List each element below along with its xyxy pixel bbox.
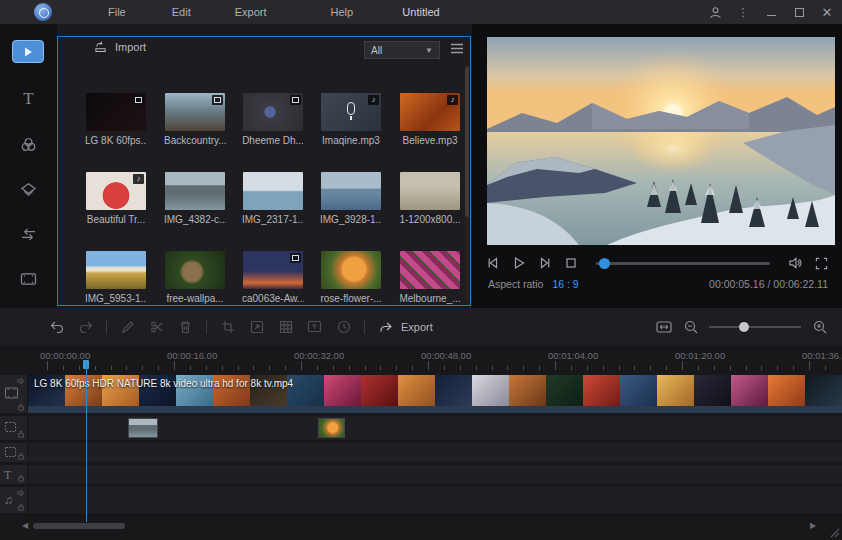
subtitle-button[interactable] xyxy=(306,318,323,335)
media-thumbnail[interactable] xyxy=(400,251,460,289)
seek-bar[interactable] xyxy=(596,262,770,265)
preview-video[interactable] xyxy=(487,37,835,245)
mosaic-button[interactable] xyxy=(277,318,294,335)
media-grid: LG 8K 60fps...Backcountry...Dheeme Dh...… xyxy=(58,63,470,306)
delete-button[interactable] xyxy=(177,318,194,335)
track-video-body[interactable]: LG 8K 60fps HDR NATURE 8k video ultra hd… xyxy=(28,375,842,413)
overlay-clip[interactable] xyxy=(128,418,158,438)
lock-track-icon[interactable] xyxy=(17,452,25,460)
media-thumbnail[interactable] xyxy=(243,251,303,289)
timeline-scroll-thumb[interactable] xyxy=(33,523,125,529)
playhead-line[interactable] xyxy=(86,362,87,522)
media-thumbnail[interactable] xyxy=(321,93,381,131)
seek-knob[interactable] xyxy=(599,258,610,269)
media-item[interactable]: 1-1200x800... xyxy=(399,172,461,225)
media-thumbnail[interactable] xyxy=(321,251,381,289)
zoom-in-icon[interactable] xyxy=(811,318,828,335)
previous-frame-button[interactable] xyxy=(482,254,504,272)
account-icon[interactable] xyxy=(708,5,722,19)
lock-track-icon[interactable] xyxy=(17,503,25,511)
more-menu-icon[interactable]: ⋮ xyxy=(736,5,750,19)
media-item[interactable]: Imaqine.mp3 xyxy=(320,93,382,146)
sidebar-item-media[interactable] xyxy=(12,40,44,63)
media-thumbnail[interactable] xyxy=(86,251,146,289)
play-button[interactable] xyxy=(508,254,530,272)
media-thumbnail[interactable] xyxy=(243,172,303,210)
minimize-button[interactable] xyxy=(764,5,778,19)
media-item[interactable]: Dheeme Dh... xyxy=(242,93,304,146)
fullscreen-icon[interactable] xyxy=(810,254,832,272)
mute-track-icon[interactable] xyxy=(17,489,25,497)
media-scrollbar[interactable] xyxy=(465,65,469,301)
lock-track-icon[interactable] xyxy=(17,474,25,482)
media-item[interactable]: rose-flower-... xyxy=(320,251,382,304)
media-item[interactable]: IMG_3928-1... xyxy=(320,172,382,225)
export-button[interactable]: Export xyxy=(379,320,433,334)
split-button[interactable] xyxy=(148,318,165,335)
media-filter-dropdown[interactable]: All ▼ xyxy=(364,41,440,59)
sidebar-item-overlays[interactable] xyxy=(0,172,57,206)
sidebar-item-transitions[interactable] xyxy=(0,217,57,251)
scroll-right-icon[interactable]: ▶ xyxy=(810,522,816,530)
media-thumbnail[interactable] xyxy=(400,93,460,131)
timeline: 00:00:00.0000:00:16.0000:00:32.0000:00:4… xyxy=(0,345,842,540)
zoom-tool-button[interactable] xyxy=(248,318,265,335)
media-thumbnail[interactable] xyxy=(165,172,225,210)
timeline-ruler[interactable]: 00:00:00.0000:00:16.0000:00:32.0000:00:4… xyxy=(0,345,842,373)
track-pip2-body[interactable] xyxy=(28,443,842,462)
sidebar-item-filters[interactable] xyxy=(0,127,57,161)
duration-button[interactable] xyxy=(335,318,352,335)
lock-track-icon[interactable] xyxy=(17,403,25,411)
track-text-body[interactable] xyxy=(28,465,842,484)
media-thumbnail[interactable] xyxy=(243,93,303,131)
undo-button[interactable] xyxy=(48,318,65,335)
timeline-zoom-slider[interactable] xyxy=(709,326,801,328)
redo-button[interactable] xyxy=(77,318,94,335)
media-thumbnail[interactable] xyxy=(400,172,460,210)
timeline-zoom-knob[interactable] xyxy=(739,322,749,332)
aspect-ratio-value[interactable]: 16 : 9 xyxy=(552,278,578,290)
track-pip2-header xyxy=(0,443,28,462)
media-item[interactable]: Melbourne_... xyxy=(399,251,461,304)
track-audio-body[interactable] xyxy=(28,487,842,513)
ruler-timestamp: 00:01:20.00 xyxy=(675,350,725,361)
media-thumbnail[interactable] xyxy=(86,172,146,210)
overlay-clip[interactable] xyxy=(318,418,345,438)
volume-icon[interactable] xyxy=(784,254,806,272)
media-item[interactable]: Backcountry... xyxy=(164,93,226,146)
media-thumbnail[interactable] xyxy=(165,93,225,131)
resize-grip-icon[interactable] xyxy=(828,526,840,538)
list-view-icon[interactable] xyxy=(450,43,464,56)
lock-track-icon[interactable] xyxy=(17,430,25,438)
zoom-out-icon[interactable] xyxy=(682,318,699,335)
media-item[interactable]: IMG_4382-c... xyxy=(164,172,226,225)
sidebar-item-text[interactable]: T xyxy=(0,82,57,116)
media-item[interactable]: IMG_2317-1... xyxy=(242,172,304,225)
sidebar-item-elements[interactable] xyxy=(0,262,57,296)
timeline-h-scrollbar[interactable]: ◀ ▶ xyxy=(22,522,822,530)
close-button[interactable]: ✕ xyxy=(820,5,834,19)
media-item[interactable]: ca0063e-Aw... xyxy=(242,251,304,304)
stop-button[interactable] xyxy=(560,254,582,272)
import-button[interactable]: Import xyxy=(94,41,146,53)
edit-clip-button[interactable] xyxy=(119,318,136,335)
maximize-button[interactable] xyxy=(792,5,806,19)
media-thumbnail[interactable] xyxy=(165,251,225,289)
video-badge-icon xyxy=(133,95,144,105)
media-item[interactable]: Beautiful Tr... xyxy=(85,172,147,225)
media-item[interactable]: LG 8K 60fps... xyxy=(85,93,147,146)
media-item[interactable]: IMG_5953-1... xyxy=(85,251,147,304)
scroll-left-icon[interactable]: ◀ xyxy=(22,522,28,530)
fit-timeline-icon[interactable] xyxy=(655,318,672,335)
media-item[interactable]: Believe.mp3 xyxy=(399,93,461,146)
ruler-tick xyxy=(634,366,635,370)
crop-button[interactable] xyxy=(219,318,236,335)
media-thumbnail[interactable] xyxy=(321,172,381,210)
import-icon xyxy=(94,41,107,53)
media-thumbnail[interactable] xyxy=(86,93,146,131)
next-frame-button[interactable] xyxy=(534,254,556,272)
track-pip1-body[interactable] xyxy=(28,416,842,440)
media-item[interactable]: free-wallpa... xyxy=(164,251,226,304)
main-video-clip[interactable]: LG 8K 60fps HDR NATURE 8k video ultra hd… xyxy=(28,375,842,413)
mute-track-icon[interactable] xyxy=(17,377,25,385)
